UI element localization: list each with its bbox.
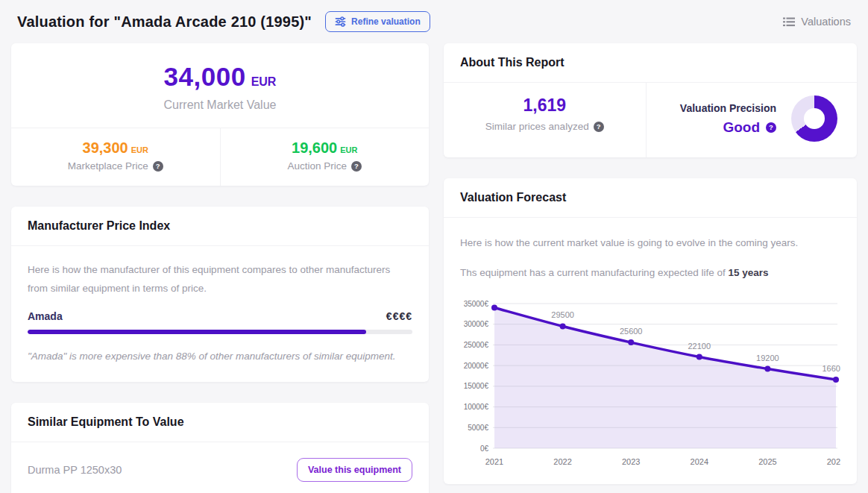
valuation-precision-label: Valuation Precision — [680, 102, 776, 114]
similar-equipment-card: Similar Equipment To Value Durma PP 1250… — [11, 403, 429, 493]
manufacturer-index-card: Manufacturer Price Index Here is how the… — [11, 207, 429, 382]
marketplace-label: Marketplace Price — [68, 160, 148, 172]
svg-text:22100: 22100 — [688, 341, 711, 350]
auction-currency: EUR — [340, 145, 357, 154]
valuations-label: Valuations — [801, 16, 851, 28]
svg-text:19200: 19200 — [756, 353, 779, 362]
value-equipment-button[interactable]: Value this equipment — [297, 458, 412, 482]
valuation-precision-value: Good — [723, 119, 760, 136]
forecast-line-chart: 0€5000€10000€15000€20000€25000€30000€350… — [460, 295, 840, 472]
valuation-forecast-title: Valuation Forecast — [444, 178, 857, 218]
similar-prices-help-icon[interactable]: ? — [594, 122, 604, 132]
manufacturer-index-title: Manufacturer Price Index — [11, 207, 429, 246]
valuation-page: Valuation for "Amada Arcade 210 (1995)" … — [0, 0, 868, 493]
market-value-card: 34,000EUR Current Market Value 39,300EUR… — [11, 43, 429, 186]
svg-text:2022: 2022 — [553, 457, 571, 466]
about-report-card: About This Report 1,619 Similar prices a… — [444, 43, 857, 157]
equipment-list-item: Durma PP 1250x30 Value this equipment — [11, 442, 429, 493]
expected-life-value: 15 years — [728, 267, 768, 278]
price-index-bar — [28, 330, 412, 334]
secondary-prices-row: 39,300EUR Marketplace Price ? 19,600EUR … — [11, 128, 429, 186]
auction-help-icon[interactable]: ? — [351, 161, 362, 172]
svg-text:2026: 2026 — [827, 457, 840, 466]
svg-text:15000€: 15000€ — [464, 382, 489, 390]
svg-text:10000€: 10000€ — [464, 403, 489, 411]
similar-prices-label: Similar prices analyzed — [485, 121, 589, 132]
current-market-value: 34,000EUR Current Market Value — [11, 43, 429, 128]
refine-valuation-label: Refine valuation — [351, 16, 421, 27]
manufacturer-index-description: Here is how the manufacturer of this equ… — [28, 261, 412, 298]
about-report-title: About This Report — [444, 43, 857, 83]
similar-equipment-title: Similar Equipment To Value — [11, 403, 429, 442]
marketplace-price: 39,300EUR Marketplace Price ? — [11, 128, 220, 186]
marketplace-help-icon[interactable]: ? — [153, 161, 163, 172]
similar-prices-count: 1,619 — [454, 95, 635, 116]
svg-text:30000€: 30000€ — [464, 320, 489, 328]
price-level: €€€€ — [386, 310, 412, 322]
market-value-amount: 34,000 — [164, 62, 246, 91]
auction-amount: 19,600 — [292, 139, 337, 156]
similar-prices-cell: 1,619 Similar prices analyzed ? — [444, 83, 646, 157]
marketplace-amount: 39,300 — [83, 139, 128, 156]
valuation-precision-cell: Valuation Precision Good ? — [646, 83, 858, 157]
manufacturer-index-note: "Amada" is more expensive than 88% of ot… — [28, 348, 412, 365]
svg-text:0€: 0€ — [480, 444, 489, 452]
price-index-fill — [28, 330, 366, 334]
svg-text:35000€: 35000€ — [464, 299, 489, 307]
market-value-label: Current Market Value — [26, 98, 414, 112]
equipment-name: Durma PP 1250x30 — [28, 464, 122, 476]
precision-help-icon[interactable]: ? — [766, 122, 776, 133]
svg-text:2024: 2024 — [691, 457, 708, 466]
refine-valuation-button[interactable]: Refine valuation — [325, 11, 430, 32]
svg-text:2023: 2023 — [622, 457, 640, 466]
svg-text:16600: 16600 — [822, 364, 840, 373]
svg-text:29500: 29500 — [551, 310, 574, 319]
forecast-life-text: Ths equipment has a current manufacturin… — [460, 264, 840, 282]
precision-donut-chart — [791, 95, 837, 142]
auction-label: Auction Price — [287, 160, 347, 172]
forecast-description: Here is how the current market value is … — [460, 234, 840, 252]
market-value-currency: EUR — [251, 75, 277, 88]
left-column: 34,000EUR Current Market Value 39,300EUR… — [11, 43, 429, 493]
valuation-forecast-card: Valuation Forecast Here is how the curre… — [444, 178, 857, 484]
auction-price: 19,600EUR Auction Price ? — [220, 128, 430, 186]
manufacturer-name: Amada — [28, 310, 63, 322]
sliders-icon — [335, 16, 346, 27]
marketplace-currency: EUR — [131, 145, 148, 154]
svg-text:25000€: 25000€ — [464, 341, 489, 349]
svg-text:2025: 2025 — [758, 457, 776, 466]
svg-text:5000€: 5000€ — [468, 423, 488, 431]
svg-text:20000€: 20000€ — [464, 361, 489, 369]
list-icon — [783, 17, 795, 27]
right-column: About This Report 1,619 Similar prices a… — [444, 43, 857, 493]
top-bar: Valuation for "Amada Arcade 210 (1995)" … — [11, 0, 857, 43]
svg-text:2021: 2021 — [485, 457, 503, 466]
valuations-link[interactable]: Valuations — [783, 16, 851, 28]
svg-text:25600: 25600 — [620, 327, 643, 336]
page-title: Valuation for "Amada Arcade 210 (1995)" — [17, 13, 312, 31]
